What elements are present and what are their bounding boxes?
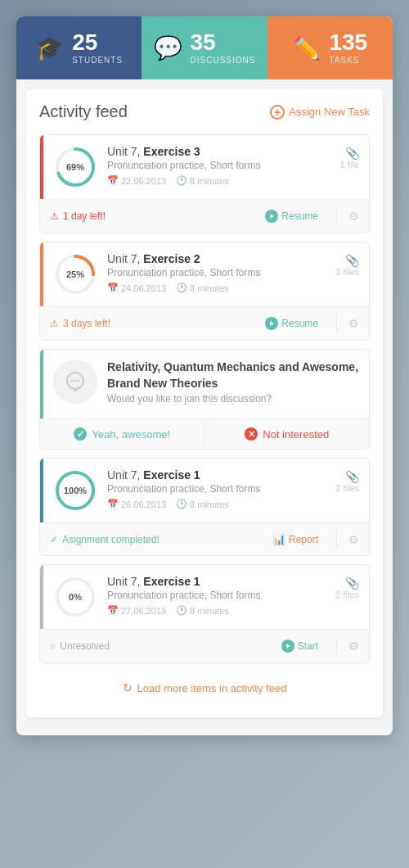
feed-item-2-footer: ⚠ 3 days left! Resume ⚙ — [40, 306, 369, 340]
tasks-label: TASKS — [329, 56, 367, 65]
clock-icon-2: 🕐 — [176, 283, 187, 293]
item-2-subtitle: Pronunciation practice, Short forms — [107, 267, 329, 278]
feed-item-3-info: Relativity, Quantum Mechanics and Awesom… — [107, 359, 359, 409]
progress-label-1: 69% — [66, 162, 84, 172]
item-1-files: 📎 1 file — [340, 145, 359, 170]
item-2-title: Unit 7, Exercise 2 — [107, 252, 329, 265]
item-4-subtitle: Pronunciation practice, Short forms — [107, 483, 329, 495]
item-2-files: 📎 3 files — [335, 252, 359, 277]
item-5-files: 📎 2 files — [335, 575, 359, 599]
item-1-meta: 📅 22.06.2013 🕐 8 minutes — [107, 175, 334, 186]
progress-label-5: 0% — [69, 592, 82, 602]
students-label: STUDENTS — [72, 56, 123, 65]
item-5-subtitle: Pronunciation practice, Short forms — [107, 590, 329, 601]
item-5-meta: 📅 27.06.2013 🕐 8 minutes — [107, 605, 329, 616]
feed-header: Activity feed + Assign New Task — [39, 102, 370, 121]
students-number: 25 — [72, 31, 123, 54]
stats-row: 🎓 25 STUDENTS 💬 35 DISCUSSIONS ✏️ 135 TA… — [16, 16, 393, 79]
x-icon-disc: ✕ — [245, 427, 258, 441]
not-interested-button[interactable]: ✕ Not interested — [205, 419, 370, 449]
discussions-label: DISCUSSIONS — [191, 56, 256, 65]
feed-item-1-body: 69% Unit 7, Exercise 3 Pronunciation pra… — [40, 135, 369, 199]
load-more-button[interactable]: ↻ Load more items in activity feed — [39, 671, 370, 704]
item-4-report-button[interactable]: 📊 Report — [266, 530, 325, 549]
item-4-title: Unit 7, Exercise 1 — [107, 468, 329, 481]
item-1-actions: Resume ⚙ — [258, 206, 359, 226]
clip-icon-2: 📎 — [335, 254, 359, 267]
play-icon-5 — [281, 640, 294, 653]
feed-item-3: Relativity, Quantum Mechanics and Awesom… — [39, 349, 370, 450]
stat-tasks: ✏️ 135 TASKS — [267, 16, 393, 79]
item-5-actions: Start ⚙ — [275, 636, 359, 656]
item-1-resume-button[interactable]: Resume — [258, 206, 325, 226]
feed-item-5-body: 0% Unit 7, Exercise 1 Pronunciation prac… — [40, 565, 369, 629]
feed-item-2-info: Unit 7, Exercise 2 Pronunciation practic… — [107, 252, 329, 293]
feed-item-1-footer: ⚠ 1 day left! Resume ⚙ — [40, 199, 369, 233]
play-icon-1 — [265, 210, 278, 223]
item-1-status: ⚠ 1 day left! — [50, 210, 258, 222]
progress-circle-2: 25% — [53, 252, 97, 296]
item-3-title: Relativity, Quantum Mechanics and Awesom… — [107, 359, 359, 391]
yeah-awesome-button[interactable]: ✓ Yeah, awesome! — [40, 419, 205, 449]
calendar-icon-4: 📅 — [107, 499, 119, 509]
progress-label-2: 25% — [66, 269, 84, 279]
feed-title: Activity feed — [39, 102, 128, 121]
calendar-icon-1: 📅 — [107, 175, 119, 186]
feed-item-4-footer: ✓ Asignment completed! 📊 Report ⚙ — [40, 522, 369, 555]
clock-icon-1: 🕐 — [176, 175, 187, 186]
assign-btn-label: Assign New Task — [289, 106, 370, 118]
stat-discussions: 💬 35 DISCUSSIONS — [142, 16, 267, 79]
tasks-number: 135 — [329, 31, 367, 54]
students-icon: 🎓 — [35, 34, 64, 61]
svg-point-5 — [71, 380, 74, 382]
feed-section: Activity feed + Assign New Task 69% Uni — [26, 89, 383, 717]
assign-new-task-button[interactable]: + Assign New Task — [270, 105, 370, 120]
discussion-icon-circle — [53, 359, 97, 404]
discussions-icon: 💬 — [154, 34, 182, 61]
divider-4 — [336, 531, 337, 548]
item-2-resume-button[interactable]: Resume — [258, 314, 325, 333]
item-2-status: ⚠ 3 days left! — [50, 318, 258, 329]
divider-5 — [336, 638, 337, 654]
stat-students: 🎓 25 STUDENTS — [16, 16, 142, 79]
feed-item-4: 100% Unit 7, Exercise 1 Pronunciation pr… — [39, 458, 370, 556]
progress-circle-4: 100% — [53, 468, 97, 513]
feed-item-4-info: Unit 7, Exercise 1 Pronunciation practic… — [107, 468, 329, 509]
feed-item-5: 0% Unit 7, Exercise 1 Pronunciation prac… — [39, 564, 370, 663]
warning-icon-1: ⚠ — [50, 210, 59, 222]
item-1-title: Unit 7, Exercise 3 — [107, 145, 334, 158]
plus-circle-icon: + — [270, 105, 285, 120]
main-card: 🎓 25 STUDENTS 💬 35 DISCUSSIONS ✏️ 135 TA… — [16, 16, 393, 735]
feed-item-1: 69% Unit 7, Exercise 3 Pronunciation pra… — [39, 134, 370, 233]
feed-item-1-info: Unit 7, Exercise 3 Pronunciation practic… — [107, 145, 334, 186]
calendar-icon-2: 📅 — [107, 283, 119, 293]
feed-item-5-info: Unit 7, Exercise 1 Pronunciation practic… — [107, 575, 329, 616]
circle-icon-5: ○ — [50, 640, 56, 652]
divider-2 — [336, 315, 337, 332]
calendar-icon-5: 📅 — [107, 605, 119, 616]
feed-item-4-body: 100% Unit 7, Exercise 1 Pronunciation pr… — [40, 459, 369, 522]
play-icon-2 — [265, 317, 278, 330]
gear-icon-4[interactable]: ⚙ — [348, 533, 359, 546]
gear-icon-1[interactable]: ⚙ — [348, 210, 359, 223]
gear-icon-2[interactable]: ⚙ — [348, 317, 359, 330]
clip-icon-1: 📎 — [340, 147, 359, 160]
discussions-number: 35 — [191, 31, 256, 54]
bar-chart-icon-4: 📊 — [272, 533, 285, 545]
item-2-meta: 📅 24.06.2013 🕐 8 minutes — [107, 283, 329, 293]
feed-item-2-body: 25% Unit 7, Exercise 2 Pronunciation pra… — [40, 242, 369, 306]
progress-circle-5: 0% — [53, 575, 97, 619]
clock-icon-5: 🕐 — [176, 605, 187, 616]
item-5-status: ○ Unresolved — [50, 640, 275, 652]
item-2-actions: Resume ⚙ — [258, 314, 359, 333]
item-3-subtitle: Would you like to join this discussion? — [107, 393, 359, 405]
gear-icon-5[interactable]: ⚙ — [348, 640, 359, 653]
item-5-start-button[interactable]: Start — [275, 636, 325, 656]
progress-label-4: 100% — [64, 486, 87, 495]
discussion-footer: ✓ Yeah, awesome! ✕ Not interested — [40, 418, 369, 449]
warning-icon-2: ⚠ — [50, 318, 59, 329]
feed-item-3-body: Relativity, Quantum Mechanics and Awesom… — [40, 350, 369, 418]
check-icon-disc: ✓ — [74, 427, 87, 441]
item-4-status: ✓ Asignment completed! — [50, 534, 266, 545]
feed-item-2: 25% Unit 7, Exercise 2 Pronunciation pra… — [39, 242, 370, 341]
